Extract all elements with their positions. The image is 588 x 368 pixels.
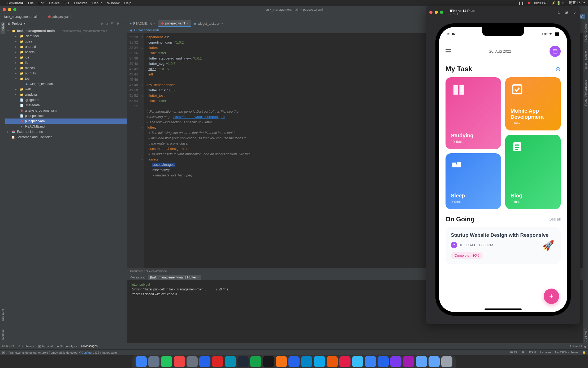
- home-indicator[interactable]: [485, 308, 522, 310]
- menu-debug[interactable]: Debug: [92, 1, 102, 5]
- simulator-titlebar[interactable]: iPhone 14 Plus iOS 16.1 ⌂ ◉ ⤢: [426, 6, 580, 18]
- fold-gutter[interactable]: ⊟⊟⊟⊟⊟⊟: [141, 33, 144, 268]
- tool-tab-flutter-inspector[interactable]: Flutter Inspector: [583, 49, 588, 73]
- task-card-sleep[interactable]: Sleep9 Task: [446, 153, 501, 209]
- dock-icon-wps[interactable]: [327, 356, 338, 367]
- status-2-spaces[interactable]: 2 spaces: [540, 351, 551, 354]
- hide-icon[interactable]: —: [122, 22, 125, 26]
- ide-traffic-lights[interactable]: [3, 8, 16, 11]
- calendar-button[interactable]: [550, 46, 561, 57]
- dock-icon-docker[interactable]: [314, 356, 325, 367]
- tool-button-dart-analysis[interactable]: ◆ Dart Analysis: [57, 345, 77, 348]
- tree-item-android[interactable]: ▸📁android: [5, 44, 127, 49]
- sim-close-icon[interactable]: [429, 11, 433, 14]
- dock-icon-folder[interactable]: [416, 356, 427, 367]
- tree-item-outputs[interactable]: ▸📁outputs: [5, 71, 127, 76]
- status-lf[interactable]: LF: [521, 351, 524, 354]
- tree-item-lib[interactable]: ▸📁lib: [5, 60, 127, 65]
- sim-rotate-icon[interactable]: ⤢: [573, 10, 577, 15]
- status-no-json-schema[interactable]: No JSON schema: [555, 351, 578, 354]
- sim-home-icon[interactable]: ⌂: [557, 10, 560, 15]
- iphone-screen[interactable]: 3:06 •••• ᯤ ▮▮ 26, Aug 2022: [439, 27, 567, 312]
- tree-item-analysis-options-yaml[interactable]: ⬢analysis_options.yaml: [5, 108, 127, 113]
- editor-tab-widget-test-dart[interactable]: ◆ widget_test.dart ×: [191, 20, 226, 27]
- dock-icon-launchpad[interactable]: [148, 356, 159, 367]
- tool-tab-flutter-performance[interactable]: Flutter Performance: [583, 78, 588, 107]
- dock-icon-figma[interactable]: [403, 356, 414, 367]
- task-card-studying[interactable]: Studying10 Task: [446, 77, 501, 149]
- tree-item-README-md[interactable]: ▾README.md: [5, 124, 127, 129]
- tree-item-web[interactable]: ▸📁web: [5, 87, 127, 92]
- tool-tab-favorites[interactable]: Favorites: [1, 328, 5, 343]
- tree-item--idea[interactable]: ▸📁.idea: [5, 39, 127, 44]
- lock-icon[interactable]: 🔒: [582, 351, 586, 354]
- dock-icon-quicktime[interactable]: [390, 356, 401, 367]
- menu-window[interactable]: Window: [107, 1, 119, 5]
- dock-icon-wechat[interactable]: [161, 356, 172, 367]
- sim-min-icon[interactable]: [435, 11, 438, 14]
- macos-dock[interactable]: [132, 355, 456, 368]
- sim-screenshot-icon[interactable]: ◉: [565, 10, 569, 15]
- fab-add-button[interactable]: +: [544, 289, 559, 304]
- tree-item-test[interactable]: ▾📁test: [5, 76, 127, 81]
- collapse-icon[interactable]: ⇱: [111, 22, 114, 26]
- dock-icon-lark[interactable]: [365, 356, 376, 367]
- task-card-blog[interactable]: Blog2 Task: [505, 135, 561, 209]
- hamburger-menu-icon[interactable]: [446, 49, 451, 53]
- dock-icon-settings[interactable]: [187, 356, 198, 367]
- locate-icon[interactable]: ⊙: [100, 22, 103, 26]
- tool-tab-flutter-outline[interactable]: Flutter Outline: [583, 22, 588, 43]
- tool-tab-adb-wifi[interactable]: ADB Wi-Fi: [583, 326, 588, 343]
- configure-link[interactable]: Configure: [81, 351, 94, 354]
- menu-edit[interactable]: Edit: [38, 1, 44, 5]
- menu-help[interactable]: Help: [124, 1, 131, 5]
- tree-scratches[interactable]: 📋Scratches and Consoles: [5, 134, 127, 140]
- dock-icon-finder[interactable]: [136, 356, 147, 367]
- breadcrumb-file[interactable]: ⬢ pubspec.yaml: [46, 14, 73, 19]
- project-header-title[interactable]: Project: [12, 22, 22, 26]
- editor-tab-README-md[interactable]: ▾ README.md ×: [127, 20, 158, 27]
- breadcrumb-root[interactable]: task_management-main: [3, 14, 40, 19]
- tool-button-terminal[interactable]: ▣ Terminal: [38, 345, 53, 348]
- menu-file[interactable]: File: [28, 1, 34, 5]
- menubar-app-name[interactable]: Simulator: [7, 1, 23, 5]
- ongoing-card[interactable]: Startup Website Design with Responsive ◔…: [446, 227, 561, 264]
- record-icon[interactable]: [528, 2, 530, 4]
- dock-icon-folder2[interactable]: [429, 356, 440, 367]
- menubar-clock[interactable]: 周五 15:06: [569, 1, 585, 5]
- tree-root[interactable]: ▾📁 task_management-main ~/Downloads/task…: [5, 28, 127, 33]
- tree-item--dart-tool[interactable]: ▸📁.dart_tool: [5, 33, 127, 39]
- dock-icon-netease[interactable]: [212, 356, 223, 367]
- dock-icon-text[interactable]: [237, 356, 249, 367]
- tree-item--gitignore[interactable]: 📄.gitignore: [5, 97, 127, 103]
- dock-icon-trello[interactable]: [301, 356, 312, 367]
- tool-button-messages[interactable]: ✉ Messages: [81, 344, 98, 348]
- see-all-link[interactable]: See all: [549, 217, 561, 221]
- dock-icon-zoom[interactable]: [378, 356, 389, 367]
- editor-tab-pubspec-yaml[interactable]: ⬢ pubspec.yaml ×: [158, 20, 191, 27]
- tree-item-assets[interactable]: ▸📁assets: [5, 49, 127, 55]
- sim-max-icon[interactable]: [440, 11, 443, 14]
- tree-item-widget-test-dart[interactable]: ◆widget_test.dart: [5, 81, 127, 87]
- tool-button-problems[interactable]: ⚠ Problems: [18, 345, 34, 348]
- menu-features[interactable]: Features: [74, 1, 87, 5]
- tree-item-macos[interactable]: ▸📁macos: [5, 65, 127, 71]
- dock-icon-word[interactable]: [288, 356, 300, 367]
- dock-icon-terminal[interactable]: [263, 356, 274, 367]
- dock-icon-intellij[interactable]: [276, 356, 287, 367]
- settings-gear-icon[interactable]: ⚙: [116, 22, 119, 26]
- menu-io[interactable]: I/O: [64, 1, 69, 5]
- add-task-icon[interactable]: ⊕: [555, 65, 561, 73]
- status-20-13[interactable]: 20:13: [509, 351, 517, 354]
- dock-icon-chrome[interactable]: [174, 356, 185, 367]
- project-tree[interactable]: ▾📁 task_management-main ~/Downloads/task…: [5, 27, 127, 343]
- project-view-icon[interactable]: ▦: [7, 22, 10, 26]
- tree-item-pubspec-lock[interactable]: 📄pubspec.lock: [5, 113, 127, 119]
- console-run-tab[interactable]: [task_management-main] Flutter ×: [148, 275, 201, 280]
- expand-icon[interactable]: ⇲: [106, 22, 108, 26]
- task-card-mobile-app-development[interactable]: Mobile App Development5 Task: [505, 77, 561, 130]
- dock-icon-trash[interactable]: [441, 356, 452, 367]
- event-log-button[interactable]: ⚑ Event Log: [569, 345, 586, 348]
- menu-device[interactable]: Device: [49, 1, 60, 5]
- tool-button-todo[interactable]: ☑ TODO: [2, 345, 14, 348]
